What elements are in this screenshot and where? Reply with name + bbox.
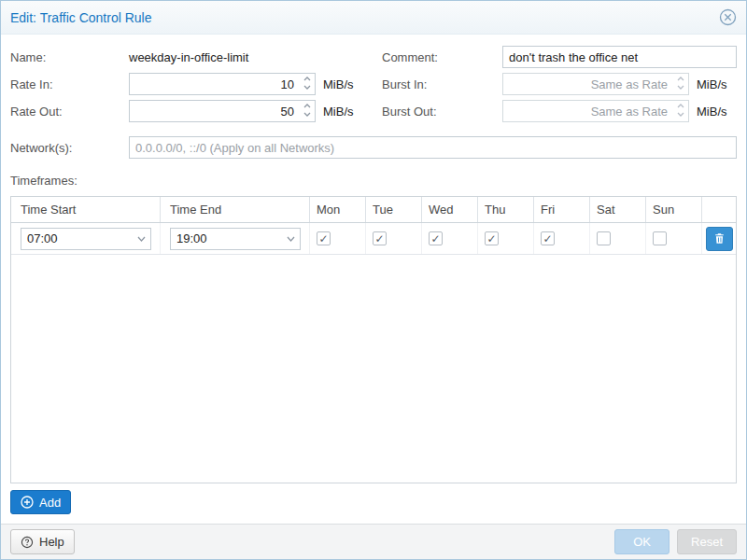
checkbox-sat[interactable] [597,231,611,245]
burst-in-spinner [677,77,684,90]
networks-field-wrap [129,136,737,159]
rate-in-label: Rate In: [10,77,129,91]
form-row-rate-out: Rate Out: MiB/s Burst Out: [10,100,737,122]
ok-button[interactable]: OK [614,529,669,554]
networks-label: Network(s): [10,141,129,155]
rate-out-unit: MiB/s [323,105,354,119]
help-button-label: Help [39,535,64,549]
checkbox-tue[interactable] [373,231,387,245]
burst-in-field-wrap [502,73,689,95]
burst-out-label: Burst Out: [382,105,502,119]
col-header-time-start: Time Start [11,197,161,222]
burst-out-spinner [677,104,684,117]
name-label: Name: [10,50,129,64]
time-start-input[interactable] [21,228,151,250]
dialog-footer: Help OK Reset [1,524,746,559]
reset-button[interactable]: Reset [677,529,737,554]
form-row-name-comment: Name: weekday-in-office-limit Comment: [10,46,737,68]
form-row-networks: Network(s): [10,136,737,159]
checkbox-mon[interactable] [317,231,331,245]
edit-traffic-control-rule-dialog: Edit: Traffic Control Rule Name: weekday… [0,0,747,560]
rate-out-spinner[interactable] [303,104,311,117]
time-start-combo[interactable] [21,228,151,250]
checkbox-sun[interactable] [653,231,667,245]
col-header-fri: Fri [534,197,590,222]
burst-out-field-wrap [502,100,689,122]
col-header-wed: Wed [422,197,478,222]
burst-in-label: Burst In: [382,77,502,91]
timeframe-row [11,223,736,255]
col-header-time-end: Time End [161,197,310,222]
dialog-titlebar: Edit: Traffic Control Rule [1,1,746,35]
timeframes-label: Timeframes: [10,174,737,188]
burst-out-input [502,100,689,122]
help-button[interactable]: Help [10,529,75,554]
rate-out-label: Rate Out: [10,105,129,119]
rate-in-field-wrap [129,73,316,95]
grid-empty-area [11,255,736,483]
burst-in-input [502,73,689,95]
comment-input[interactable] [502,46,737,68]
rate-out-input[interactable] [129,100,316,122]
col-header-thu: Thu [478,197,534,222]
circle-plus-icon [21,496,34,509]
dialog-body: Name: weekday-in-office-limit Comment: R… [1,35,746,524]
comment-label: Comment: [382,50,502,64]
checkbox-fri[interactable] [541,231,555,245]
add-button-label: Add [39,496,61,510]
col-header-sun: Sun [646,197,702,222]
ok-button-label: OK [633,535,651,549]
rate-in-unit: MiB/s [323,77,354,91]
grid-header-row: Time Start Time End Mon Tue Wed Thu Fri … [11,197,736,223]
chevron-down-icon[interactable] [287,236,295,242]
add-button[interactable]: Add [10,490,71,514]
networks-input[interactable] [129,136,737,159]
col-header-sat: Sat [590,197,646,222]
circle-question-icon [21,536,34,549]
close-icon[interactable] [719,8,737,26]
delete-row-button[interactable] [706,227,733,251]
checkbox-thu[interactable] [485,231,499,245]
col-header-mon: Mon [310,197,366,222]
time-end-combo[interactable] [170,228,301,250]
col-header-tue: Tue [366,197,422,222]
burst-in-unit: MiB/s [697,77,727,91]
rate-in-spinner[interactable] [303,77,311,90]
col-header-actions [702,197,736,222]
name-value: weekday-in-office-limit [129,50,248,64]
form-row-rate-in: Rate In: MiB/s Burst In: [10,73,737,95]
burst-out-unit: MiB/s [697,105,727,119]
rate-out-field-wrap [129,100,316,122]
chevron-down-icon[interactable] [137,236,146,242]
comment-field-wrap [502,46,737,68]
trash-icon [713,232,726,245]
time-end-input[interactable] [170,228,301,250]
checkbox-wed[interactable] [429,231,443,245]
dialog-title: Edit: Traffic Control Rule [10,10,151,25]
reset-button-label: Reset [691,535,723,549]
rate-in-input[interactable] [129,73,316,95]
timeframes-grid: Time Start Time End Mon Tue Wed Thu Fri … [10,196,737,483]
